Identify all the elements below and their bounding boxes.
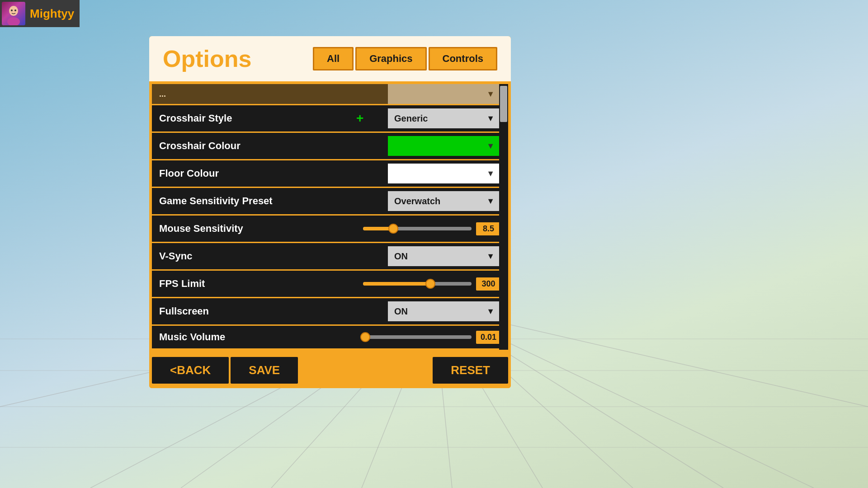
avatar bbox=[2, 2, 25, 25]
chevron-down-icon: ▼ bbox=[486, 252, 495, 261]
game-sensitivity-preset-control: Overwatch ▼ bbox=[349, 191, 501, 211]
vsync-dropdown[interactable]: ON ▼ bbox=[388, 246, 501, 266]
fps-limit-label: FPS Limit bbox=[159, 278, 349, 290]
floor-colour-control: ▼ bbox=[349, 164, 501, 183]
music-volume-label: Music Volume bbox=[159, 331, 349, 343]
music-volume-row: Music Volume 0.01 bbox=[152, 326, 508, 348]
floor-colour-dropdown[interactable]: ▼ bbox=[388, 164, 501, 183]
crosshair-style-row: Crosshair Style + Generic ▼ bbox=[152, 105, 508, 131]
dialog-content: ... ▼ Crosshair Style + Generic ▼ bbox=[149, 81, 511, 352]
fullscreen-dropdown[interactable]: ON ▼ bbox=[388, 301, 501, 321]
fps-limit-row: FPS Limit 300 bbox=[152, 271, 508, 297]
crosshair-colour-row: Crosshair Colour ▼ bbox=[152, 133, 508, 159]
chevron-down-icon: ▼ bbox=[486, 197, 495, 206]
username: Mightyy bbox=[30, 7, 74, 21]
crosshair-colour-label: Crosshair Colour bbox=[159, 140, 349, 152]
tab-graphics[interactable]: Graphics bbox=[355, 47, 426, 70]
crosshair-style-control: Generic ▼ bbox=[365, 108, 501, 128]
partial-control: ▼ bbox=[349, 84, 501, 104]
svg-point-16 bbox=[9, 6, 18, 16]
chevron-down-icon: ▼ bbox=[486, 307, 495, 316]
fps-limit-fill bbox=[363, 282, 430, 286]
mouse-sensitivity-row: Mouse Sensitivity 8.5 bbox=[152, 216, 508, 242]
tab-controls[interactable]: Controls bbox=[429, 47, 497, 70]
fps-limit-value: 300 bbox=[476, 277, 501, 291]
crosshair-style-label: Crosshair Style bbox=[159, 113, 349, 124]
crosshair-plus-icon: + bbox=[356, 111, 363, 126]
music-volume-slider-container: 0.01 bbox=[349, 331, 501, 344]
fullscreen-label: Fullscreen bbox=[159, 305, 349, 317]
chevron-down-icon: ▼ bbox=[486, 169, 495, 178]
partial-row: ... ▼ bbox=[152, 84, 508, 104]
tab-all[interactable]: All bbox=[313, 47, 354, 70]
game-sensitivity-preset-row: Game Sensitivity Preset Overwatch ▼ bbox=[152, 188, 508, 214]
vsync-label: V-Sync bbox=[159, 250, 349, 262]
fullscreen-control: ON ▼ bbox=[349, 301, 501, 321]
fps-limit-slider-container: 300 bbox=[349, 277, 501, 291]
crosshair-colour-dropdown[interactable]: ▼ bbox=[388, 136, 501, 156]
crosshair-style-dropdown[interactable]: Generic ▼ bbox=[388, 108, 501, 128]
chevron-down-icon: ▼ bbox=[486, 114, 495, 123]
mouse-sensitivity-label: Mouse Sensitivity bbox=[159, 223, 349, 235]
partial-label: ... bbox=[159, 89, 349, 99]
dialog-title: Options bbox=[163, 45, 251, 72]
music-volume-value: 0.01 bbox=[476, 331, 501, 344]
reset-button[interactable]: RESET bbox=[433, 357, 508, 384]
chevron-down-icon: ▼ bbox=[486, 141, 495, 151]
mouse-sensitivity-value: 8.5 bbox=[476, 222, 501, 235]
svg-point-18 bbox=[11, 9, 13, 11]
fps-limit-track[interactable] bbox=[363, 282, 472, 286]
crosshair-colour-control: ▼ bbox=[349, 136, 501, 156]
tab-group: All Graphics Controls bbox=[313, 47, 497, 70]
user-bar: Mightyy bbox=[0, 0, 80, 27]
vsync-row: V-Sync ON ▼ bbox=[152, 243, 508, 269]
game-sensitivity-preset-dropdown[interactable]: Overwatch ▼ bbox=[388, 191, 501, 211]
mouse-sensitivity-slider-container: 8.5 bbox=[349, 222, 501, 235]
floor-colour-label: Floor Colour bbox=[159, 168, 349, 179]
vsync-control: ON ▼ bbox=[349, 246, 501, 266]
game-sensitivity-preset-label: Game Sensitivity Preset bbox=[159, 195, 349, 207]
dialog-header: Options All Graphics Controls bbox=[149, 36, 511, 81]
music-volume-control: 0.01 bbox=[349, 331, 501, 344]
music-volume-thumb[interactable] bbox=[360, 332, 370, 342]
dialog-footer: <BACK SAVE RESET bbox=[149, 352, 511, 388]
options-dialog: Options All Graphics Controls ... ▼ Cro bbox=[149, 36, 511, 388]
music-volume-track[interactable] bbox=[363, 335, 472, 339]
settings-list: ... ▼ Crosshair Style + Generic ▼ bbox=[152, 84, 508, 350]
mouse-sensitivity-track[interactable] bbox=[363, 227, 472, 230]
fps-limit-control: 300 bbox=[349, 277, 501, 291]
fullscreen-row: Fullscreen ON ▼ bbox=[152, 298, 508, 324]
scrollbar-thumb[interactable] bbox=[500, 86, 507, 122]
mouse-sensitivity-control: 8.5 bbox=[349, 222, 501, 235]
mouse-sensitivity-thumb[interactable] bbox=[388, 224, 398, 234]
back-button[interactable]: <BACK bbox=[152, 357, 229, 384]
floor-colour-row: Floor Colour ▼ bbox=[152, 160, 508, 187]
scrollbar[interactable] bbox=[499, 84, 508, 350]
save-button[interactable]: SAVE bbox=[231, 357, 298, 384]
fps-limit-thumb[interactable] bbox=[425, 279, 435, 289]
svg-point-19 bbox=[14, 9, 16, 11]
